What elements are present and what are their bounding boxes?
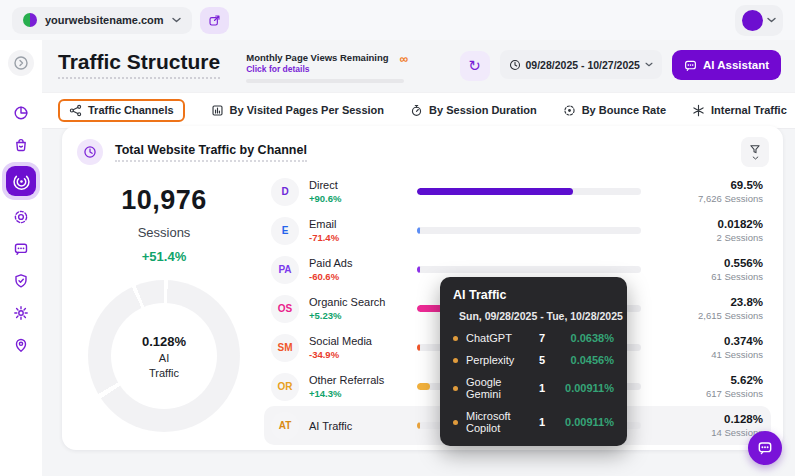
clock-icon	[509, 59, 521, 71]
channel-sessions: 7,626 Sessions	[657, 193, 763, 204]
channel-sessions: 14 Sessions	[657, 427, 763, 438]
channel-change: +90.6%	[309, 193, 411, 204]
location-person-icon	[13, 337, 29, 353]
channel-sessions: 41 Sessions	[657, 349, 763, 360]
sidebar-item-traffic[interactable]	[6, 166, 36, 196]
chevron-down-icon	[172, 17, 181, 23]
ai-assistant-button[interactable]: AI Assistant	[672, 50, 781, 80]
channel-percent: 5.62%	[657, 374, 763, 386]
channel-bar-track	[417, 188, 641, 195]
orders-bag-icon	[13, 137, 29, 153]
bullet-icon	[453, 336, 458, 341]
collapse-arrow-icon	[13, 55, 29, 71]
channel-percent: 0.556%	[657, 257, 763, 269]
channel-percent: 0.374%	[657, 335, 763, 347]
bullet-icon	[453, 358, 458, 363]
channel-sessions: 61 Sessions	[657, 271, 763, 282]
pageviews-remaining: Monthly Page Views Remaining Click for d…	[246, 50, 404, 83]
bullet-icon	[453, 386, 458, 391]
channel-avatar: PA	[271, 256, 299, 284]
date-range-picker[interactable]: 09/28/2025 - 10/27/2025	[500, 50, 662, 79]
channel-change: -60.6%	[309, 271, 411, 282]
channel-bar-fill	[417, 422, 420, 429]
channel-name: Other Referrals	[309, 374, 411, 386]
channel-bar-fill	[417, 383, 430, 390]
channel-name: Email	[309, 218, 411, 230]
channel-bar-fill	[417, 344, 420, 351]
channel-donut-chart[interactable]: 0.128% AI Traffic	[88, 280, 240, 432]
traffic-channels-icon	[69, 104, 82, 117]
filter-button[interactable]	[741, 137, 769, 167]
channel-avatar: AT	[271, 412, 299, 440]
tooltip-row: ChatGPT 7 0.0638%	[453, 332, 614, 344]
donut-center-label: 0.128% AI Traffic	[88, 280, 240, 432]
sidebar-item-orders[interactable]	[6, 130, 36, 160]
avatar	[742, 10, 763, 31]
channel-percent: 23.8%	[657, 296, 763, 308]
bounce-rate-icon	[563, 104, 576, 117]
channel-change: -34.9%	[309, 349, 411, 360]
chevron-down-icon	[767, 17, 776, 23]
pageviews-details-link[interactable]: Click for details	[246, 64, 404, 74]
sidebar-collapse-button[interactable]	[8, 50, 34, 76]
channel-name: Direct	[309, 179, 411, 191]
tab-internal-traffic[interactable]: Internal Traffic	[692, 104, 787, 117]
ai-traffic-tooltip: AI Traffic Sun, 09/28/2025 - Tue, 10/28/…	[440, 277, 627, 446]
channel-change: -71.4%	[309, 232, 411, 243]
channel-percent: 0.128%	[657, 413, 763, 425]
traffic-by-channel-card: Total Website Traffic by Channel 10,976 …	[62, 126, 783, 450]
card-header-icon-wrap	[77, 139, 103, 165]
channel-avatar: OR	[271, 373, 299, 401]
card-title: Total Website Traffic by Channel	[115, 143, 307, 162]
infinity-badge: ∞	[400, 52, 409, 66]
tab-bounce-rate[interactable]: By Bounce Rate	[563, 104, 666, 117]
channel-change: +14.3%	[309, 388, 411, 399]
chevron-down-icon	[645, 62, 653, 67]
tab-visited-pages[interactable]: By Visited Pages Per Session	[211, 104, 384, 117]
channel-bar-fill	[417, 266, 420, 273]
channel-row[interactable]: E Email -71.4% 0.0182% 2 Sessions	[264, 211, 771, 250]
chat-bubble-icon	[684, 59, 697, 72]
sidebar-item-visitors[interactable]	[6, 330, 36, 360]
domain-name: yourwebsitename.com	[45, 14, 164, 26]
target-icon	[13, 209, 29, 225]
chevron-down-icon	[752, 156, 759, 160]
bullet-icon	[453, 420, 458, 425]
user-menu[interactable]	[735, 5, 783, 36]
channel-name: Organic Search	[309, 296, 411, 308]
page-title: Traffic Structure	[58, 50, 220, 79]
tab-session-duration[interactable]: By Session Duration	[410, 104, 537, 117]
tooltip-title: AI Traffic	[453, 288, 614, 302]
channel-percent: 69.5%	[657, 179, 763, 191]
channel-sessions: 617 Sessions	[657, 388, 763, 399]
channel-row[interactable]: D Direct +90.6% 69.5% 7,626 Sessions	[264, 172, 771, 211]
main-area: Traffic Structure Monthly Page Views Rem…	[42, 40, 795, 476]
totals-panel: 10,976 Sessions +51.4% 0.128% AI Traffic	[68, 169, 260, 445]
sidebar-item-analytics[interactable]	[6, 98, 36, 128]
open-website-button[interactable]	[200, 7, 229, 34]
domain-selector[interactable]: yourwebsitename.com	[12, 7, 192, 34]
internal-traffic-icon	[692, 104, 705, 117]
pie-chart-icon	[13, 105, 29, 121]
session-duration-icon	[410, 104, 423, 117]
channel-avatar: D	[271, 178, 299, 206]
sidebar-item-settings[interactable]	[6, 298, 36, 328]
tooltip-row: Microsoft Copilot 1 0.00911%	[453, 410, 614, 434]
tab-traffic-channels[interactable]: Traffic Channels	[58, 99, 185, 122]
sidebar-item-messages[interactable]	[6, 234, 36, 264]
pageviews-progress-bar	[246, 79, 404, 83]
ai-assistant-label: AI Assistant	[703, 59, 769, 71]
page-header: Traffic Structure Monthly Page Views Rem…	[42, 40, 795, 83]
channel-change: +5.23%	[309, 310, 411, 321]
pageviews-label: Monthly Page Views Remaining	[246, 52, 404, 63]
refresh-button[interactable]: ↻	[460, 51, 490, 81]
sidebar-item-security[interactable]	[6, 266, 36, 296]
settings-gear-icon	[13, 305, 29, 321]
channel-avatar: E	[271, 217, 299, 245]
channel-bar-track	[417, 227, 641, 234]
sidebar	[0, 40, 42, 476]
support-chat-button[interactable]	[748, 431, 782, 465]
channel-bar-fill	[417, 188, 573, 195]
sidebar-item-goals[interactable]	[6, 202, 36, 232]
channel-name: AI Traffic	[309, 420, 411, 432]
